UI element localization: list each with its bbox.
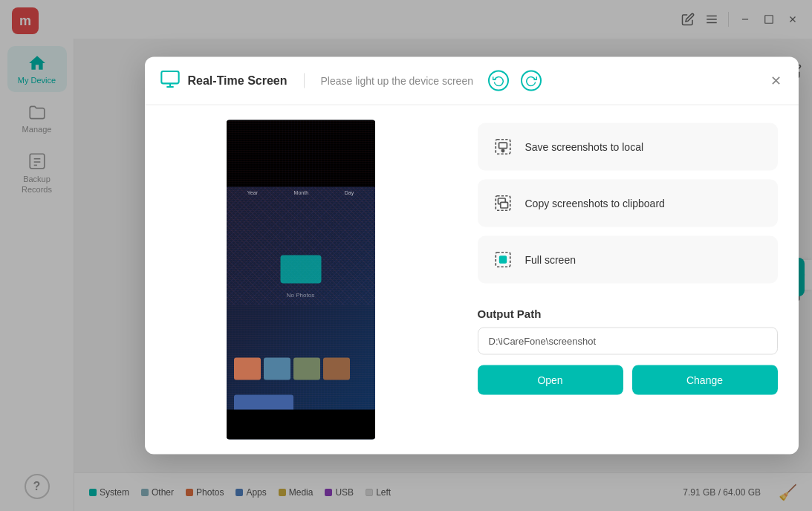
modal-header: Real-Time Screen Please light up the dev… (145, 57, 799, 105)
svg-point-16 (501, 149, 504, 152)
full-screen-label: Full screen (525, 254, 576, 266)
modal-header-actions (488, 71, 542, 91)
phone-screen: Year Month Day No Photos (227, 120, 375, 440)
phone-screen-inner: Year Month Day No Photos (227, 120, 375, 440)
copy-screenshots-label: Copy screenshots to clipboard (525, 198, 665, 209)
fullscreen-icon (491, 248, 515, 272)
modal-subtitle: Please light up the device screen (321, 75, 473, 87)
monitor-icon (160, 69, 181, 93)
screen-middle: No Photos (227, 187, 375, 306)
refresh-button-1[interactable] (488, 71, 509, 91)
screen-preview: Year Month Day No Photos (145, 105, 457, 455)
save-screenshots-button[interactable]: Save screenshots to local (478, 123, 778, 171)
save-icon (491, 135, 515, 159)
modal-dialog: Real-Time Screen Please light up the dev… (145, 57, 799, 455)
save-screenshots-label: Save screenshots to local (525, 141, 644, 153)
copy-screenshots-button[interactable]: Copy screenshots to clipboard (478, 180, 778, 227)
photo-thumb-3 (293, 358, 320, 380)
modal-title: Real-Time Screen (188, 74, 288, 88)
teal-block (280, 256, 321, 284)
photo-thumb-1 (234, 358, 261, 380)
screen-bottom-dark (227, 410, 375, 440)
no-photos-text: No Photos (287, 292, 314, 299)
modal-close-button[interactable]: ✕ (766, 71, 787, 91)
open-button[interactable]: Open (478, 365, 623, 395)
full-screen-button[interactable]: Full screen (478, 236, 778, 284)
svg-rect-15 (498, 143, 507, 149)
modal-title-section: Real-Time Screen Please light up the dev… (160, 69, 473, 93)
output-path-input[interactable] (478, 328, 778, 355)
modal-title-divider (304, 74, 305, 88)
output-path-label: Output Path (478, 307, 778, 320)
change-button[interactable]: Change (632, 365, 778, 395)
copy-icon (491, 192, 515, 215)
svg-rect-19 (500, 202, 507, 208)
modal-backdrop[interactable]: Real-Time Screen Please light up the dev… (0, 0, 812, 511)
output-section: Output Path Open Change (478, 307, 778, 395)
refresh-button-2[interactable] (521, 71, 542, 91)
svg-rect-21 (499, 256, 506, 263)
photo-thumb-4 (323, 358, 350, 380)
svg-rect-11 (161, 71, 178, 83)
photo-thumb-2 (264, 358, 290, 380)
modal-right-panel: Save screenshots to local Copy screensho… (457, 105, 799, 455)
output-actions: Open Change (478, 365, 778, 395)
modal-body: Year Month Day No Photos (145, 105, 799, 455)
screen-photos-strip (234, 358, 368, 380)
